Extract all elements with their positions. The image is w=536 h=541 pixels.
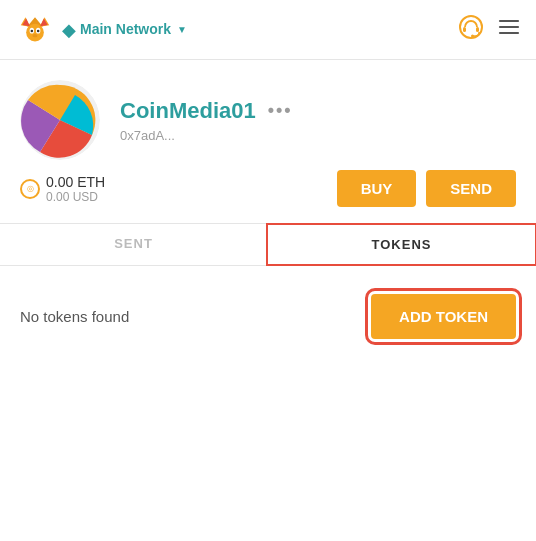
svg-rect-14: [476, 27, 479, 32]
usd-balance: 0.00 USD: [46, 190, 105, 204]
network-selector[interactable]: ◆ Main Network ▼: [62, 19, 187, 41]
account-address: 0x7adA...: [120, 128, 516, 143]
avatar: [20, 80, 100, 160]
hamburger-menu-icon[interactable]: [498, 16, 520, 43]
eth-icon: ◎: [20, 179, 40, 199]
eth-balance: 0.00 ETH: [46, 174, 105, 190]
support-icon[interactable]: [458, 14, 484, 46]
chevron-down-icon: ▼: [177, 24, 187, 35]
balance-section: ◎ 0.00 ETH 0.00 USD BUY SEND: [0, 170, 536, 223]
svg-point-7: [32, 34, 37, 37]
account-name-row: CoinMedia01 •••: [120, 98, 516, 124]
buy-button[interactable]: BUY: [337, 170, 417, 207]
tabs-section: SENT TOKENS: [0, 223, 536, 266]
diamond-icon: ◆: [62, 19, 76, 41]
add-token-button[interactable]: ADD TOKEN: [371, 294, 516, 339]
svg-point-5: [31, 29, 34, 32]
fox-logo-icon: [16, 11, 54, 49]
header-left: ◆ Main Network ▼: [16, 11, 187, 49]
svg-point-15: [471, 34, 474, 37]
account-name-text: CoinMedia01: [120, 98, 256, 124]
header: ◆ Main Network ▼: [0, 0, 536, 60]
send-button[interactable]: SEND: [426, 170, 516, 207]
network-name: Main Network: [80, 21, 171, 38]
svg-point-6: [37, 29, 40, 32]
content-section: No tokens found ADD TOKEN: [0, 266, 536, 367]
header-right: [458, 14, 520, 46]
profile-section: CoinMedia01 ••• 0x7adA...: [0, 60, 536, 170]
tab-sent[interactable]: SENT: [0, 224, 267, 265]
svg-rect-13: [463, 27, 466, 32]
more-options-icon[interactable]: •••: [268, 100, 293, 121]
account-info: CoinMedia01 ••• 0x7adA...: [120, 98, 516, 143]
balance-actions: BUY SEND: [337, 170, 516, 207]
balance-values: 0.00 ETH 0.00 USD: [46, 174, 105, 204]
tab-tokens[interactable]: TOKENS: [266, 223, 536, 266]
no-tokens-message: No tokens found: [20, 308, 129, 325]
balance-left: ◎ 0.00 ETH 0.00 USD: [20, 174, 105, 204]
